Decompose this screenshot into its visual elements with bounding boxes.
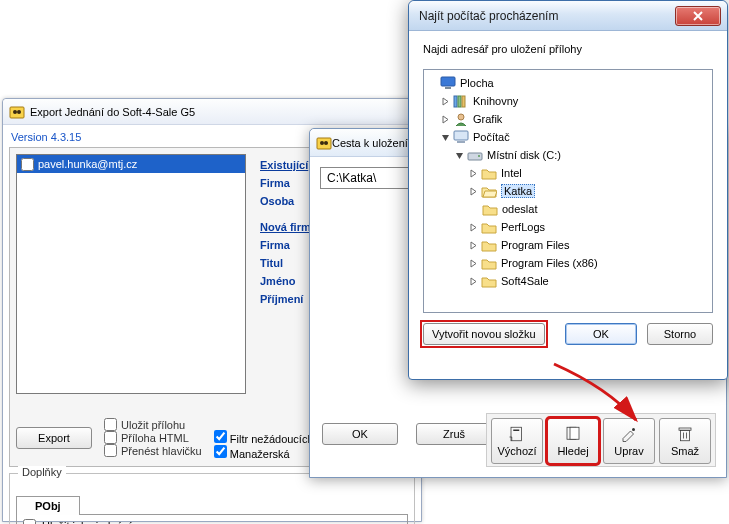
path-cancel-button[interactable]: Zruš (416, 423, 492, 445)
tree-node-grafik[interactable]: Grafik (426, 110, 710, 128)
folder-icon (481, 275, 497, 288)
export-window-title: Export Jednání do Soft-4-Sale G5 (30, 106, 195, 118)
user-icon (453, 112, 469, 126)
recipient-row[interactable]: pavel.hunka@mtj.cz (17, 155, 245, 173)
computer-icon (453, 130, 469, 144)
svg-rect-22 (457, 141, 465, 143)
tool-smaz[interactable]: Smaž (659, 418, 711, 464)
path-window-title: Cesta k uložení p (332, 137, 417, 149)
tool-vychozi[interactable]: Výchozí (491, 418, 543, 464)
desktop-icon (440, 76, 456, 90)
tree-node-program-files-x86[interactable]: Program Files (x86) (426, 254, 710, 272)
svg-point-24 (478, 155, 480, 157)
addons-group: Doplňky PObj Uložit jako jednání (9, 473, 415, 524)
folder-icon (481, 221, 497, 234)
tree-node-intel[interactable]: Intel (426, 164, 710, 182)
ck-priloha-html[interactable]: Příloha HTML (104, 431, 202, 444)
expand-icon[interactable] (440, 114, 451, 125)
svg-rect-15 (441, 77, 455, 86)
svg-rect-7 (513, 430, 519, 432)
browse-ok-button[interactable]: OK (565, 323, 637, 345)
svg-point-2 (17, 110, 21, 114)
browse-dialog-title: Najít počítač procházením (419, 9, 558, 23)
svg-rect-23 (468, 153, 482, 160)
folder-icon (481, 257, 497, 270)
svg-rect-19 (462, 96, 465, 107)
folder-tree[interactable]: Plocha Knihovny Grafik Počítač Místn (423, 69, 713, 313)
svg-rect-0 (10, 107, 24, 118)
folder-open-icon (481, 185, 497, 198)
svg-rect-11 (681, 430, 690, 441)
tree-node-knihovny[interactable]: Knihovny (426, 92, 710, 110)
annotation-arrow (548, 358, 658, 438)
path-ok-button[interactable]: OK (322, 423, 398, 445)
collapse-icon[interactable] (454, 150, 465, 161)
app-icon (9, 104, 25, 120)
svg-rect-21 (454, 131, 468, 140)
ck-ulozit-prilohu[interactable]: Uložit přílohu (104, 418, 202, 431)
addons-label: Doplňky (18, 466, 66, 478)
browse-dialog: Najít počítač procházením Najdi adresář … (408, 0, 728, 380)
app-icon (316, 135, 332, 151)
ck-ulozit-jako-jednani[interactable] (23, 519, 36, 524)
svg-point-1 (13, 110, 17, 114)
expand-icon[interactable] (440, 96, 451, 107)
tree-node-plocha[interactable]: Plocha (426, 74, 710, 92)
expand-icon[interactable] (468, 168, 479, 179)
expand-icon[interactable] (468, 276, 479, 287)
tree-node-pocitac[interactable]: Počítač (426, 128, 710, 146)
expand-icon[interactable] (468, 222, 479, 233)
folder-icon (482, 203, 498, 216)
browse-dialog-titlebar[interactable]: Najít počítač procházením (409, 1, 727, 31)
collapse-icon[interactable] (440, 132, 451, 143)
ck-prenest-hlavicku[interactable]: Přenést hlavičku (104, 444, 202, 457)
svg-rect-12 (679, 428, 691, 430)
tree-node-disk-c[interactable]: Místní disk (C:) (426, 146, 710, 164)
expand-icon[interactable] (468, 186, 479, 197)
tree-node-program-files[interactable]: Program Files (426, 236, 710, 254)
tree-node-perflogs[interactable]: PerfLogs (426, 218, 710, 236)
recipient-list[interactable]: pavel.hunka@mtj.cz (16, 154, 246, 394)
tab-pobj[interactable]: PObj (16, 496, 80, 515)
ulozit-jako-label: Uložit jako jednání (42, 520, 132, 525)
export-button[interactable]: Export (16, 427, 92, 449)
browse-instruction: Najdi adresář pro uložení přílohy (423, 43, 713, 55)
svg-point-4 (320, 141, 324, 145)
svg-point-20 (458, 114, 464, 120)
new-folder-button[interactable]: Vytvořit novou složku (423, 323, 545, 345)
svg-rect-16 (445, 87, 451, 89)
folder-icon (481, 167, 497, 180)
recipient-email: pavel.hunka@mtj.cz (38, 158, 137, 170)
svg-rect-6 (511, 427, 522, 441)
ck-filtr-nezadoucich[interactable]: Filtr nežádoucích (214, 430, 314, 445)
tree-node-soft4sale[interactable]: Soft4Sale (426, 272, 710, 290)
close-button[interactable] (675, 6, 721, 26)
ck-manazerska[interactable]: Manažerská (214, 445, 314, 460)
libraries-icon (453, 94, 469, 108)
folder-icon (481, 239, 497, 252)
tree-node-katka[interactable]: Katka (426, 182, 710, 200)
browse-cancel-button[interactable]: Storno (647, 323, 713, 345)
svg-rect-17 (454, 96, 457, 107)
expand-icon[interactable] (468, 258, 479, 269)
drive-icon (467, 148, 483, 162)
export-window-titlebar[interactable]: Export Jednání do Soft-4-Sale G5 (3, 99, 421, 125)
svg-rect-3 (317, 138, 331, 149)
expand-icon[interactable] (468, 240, 479, 251)
svg-rect-18 (458, 96, 461, 107)
recipient-checkbox[interactable] (21, 158, 34, 171)
svg-point-5 (324, 141, 328, 145)
tree-node-odeslat[interactable]: odeslat (426, 200, 710, 218)
